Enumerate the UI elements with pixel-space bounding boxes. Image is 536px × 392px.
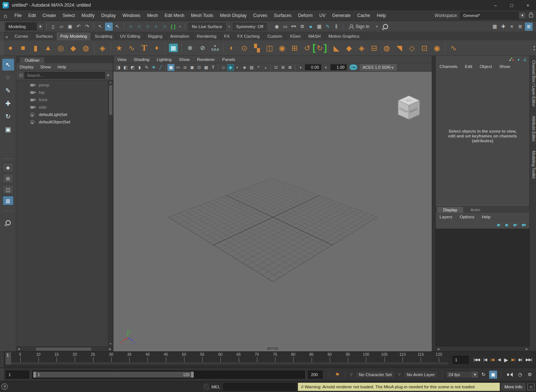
move-layer-down-icon[interactable]: ◆↓ xyxy=(505,222,509,227)
go-to-start-button[interactable]: |◀◀ xyxy=(472,355,482,364)
close-button[interactable]: × xyxy=(520,0,536,10)
exposure-icon[interactable]: ◑ xyxy=(297,64,304,71)
shelf-tab[interactable]: FX Caching xyxy=(234,33,264,40)
shelf-tab[interactable]: XGen xyxy=(286,33,305,40)
viewport-canvas[interactable]: TOP FRONT RIGHT y x z persp xyxy=(113,72,432,351)
quad-draw-icon[interactable]: ∿ xyxy=(448,42,459,54)
side-tab[interactable]: Modeling Toolkit xyxy=(530,146,536,183)
menubar-item[interactable]: Mesh Display xyxy=(217,10,250,21)
timeline-tick[interactable]: 80 xyxy=(284,352,302,365)
center-pivot-icon[interactable]: ⊕ xyxy=(184,42,196,54)
redo-icon[interactable]: ↷ xyxy=(83,23,91,31)
home-icon[interactable]: ⌂ xyxy=(0,13,11,19)
lasso-select-tool-button[interactable]: ◌ xyxy=(2,72,14,83)
menu-set-select[interactable]: Modeling ▼ xyxy=(6,23,44,30)
chevron-down-icon[interactable]: ▽ xyxy=(350,373,353,376)
gain-field[interactable] xyxy=(330,64,347,70)
grip-handle[interactable] xyxy=(0,40,4,55)
select-hierarchy-icon[interactable]: ↖ xyxy=(96,23,104,31)
render-settings-icon[interactable]: ⚙ xyxy=(298,23,306,31)
viewport-menu-item[interactable]: Lighting xyxy=(153,57,175,62)
side-tab[interactable]: Channel Box / Layer Editor xyxy=(530,56,536,112)
separator[interactable] xyxy=(182,43,182,53)
layer-editor-menu-item[interactable]: Help xyxy=(478,215,494,219)
play-forward-button[interactable]: ▶ xyxy=(502,355,510,364)
menubar-item[interactable]: Help xyxy=(373,10,389,21)
shelf-tab[interactable]: Surfaces xyxy=(32,33,57,40)
poly-sphere-icon[interactable]: ● xyxy=(5,42,16,54)
channel-box-menu-item[interactable]: Object xyxy=(476,64,495,69)
safe-action-icon[interactable]: ▩ xyxy=(203,64,210,71)
viewport-menu-item[interactable]: Renderer xyxy=(193,57,218,62)
snap-to-point-icon[interactable]: ∩ xyxy=(144,23,152,31)
timeline-tick[interactable]: 10 xyxy=(29,352,47,365)
chevron-down-icon[interactable]: ▼ xyxy=(374,23,379,31)
menubar-item[interactable]: Select xyxy=(59,10,78,21)
smooth-shade-mode-icon[interactable]: ◆ xyxy=(227,64,234,71)
timeline-tick[interactable]: 5 xyxy=(11,352,29,365)
separate-icon[interactable]: ▚ xyxy=(251,42,263,54)
poly-plane-icon[interactable]: ◆ xyxy=(68,42,79,54)
grip-handle[interactable] xyxy=(0,21,4,32)
outliner-horizontal-scrollbar[interactable]: ◀ ▶ xyxy=(16,346,113,351)
view-transform-select[interactable]: ACES 1.0 SDR-v xyxy=(360,64,397,71)
timeline-tick[interactable]: 20 xyxy=(66,352,84,365)
timeline-tick[interactable]: 50 xyxy=(175,352,193,365)
current-time-marker[interactable]: 1 xyxy=(6,352,11,365)
poly-cube-icon[interactable]: ■ xyxy=(17,42,29,54)
menubar-item[interactable]: Modify xyxy=(78,10,98,21)
select-object-icon[interactable]: ↖ xyxy=(105,23,113,31)
circularize-icon[interactable]: ◍ xyxy=(381,42,393,54)
range-grip[interactable]: ⋮⋮ xyxy=(113,373,120,376)
timeline-tick[interactable]: 55 xyxy=(193,352,211,365)
select-camera-icon[interactable]: ◨ xyxy=(115,64,122,71)
timeline-tick[interactable]: 110 xyxy=(393,352,411,365)
animation-start-field[interactable] xyxy=(6,371,29,379)
platonic-solid-icon[interactable]: ◈ xyxy=(97,42,108,54)
film-gate-icon[interactable]: ▭ xyxy=(174,64,182,71)
clock-icon[interactable]: ◷ xyxy=(516,371,524,379)
time-editor-icon[interactable]: ▣ xyxy=(489,371,497,379)
safe-title-icon[interactable]: T xyxy=(210,64,217,71)
separator[interactable] xyxy=(111,43,111,53)
outliner-item-front[interactable]: front xyxy=(16,96,108,103)
channel-box-layers-toggle-icon[interactable]: ≣ xyxy=(525,23,533,31)
chevron-down-icon[interactable]: ▼ xyxy=(105,74,111,77)
bevel-icon[interactable]: ◣ xyxy=(331,42,342,54)
timeline-tick[interactable]: 115 xyxy=(412,352,430,365)
add-empty-layer-icon[interactable]: ◆● xyxy=(522,222,526,227)
rotate-tool-button[interactable]: ↻ xyxy=(2,110,14,122)
shelf-tab[interactable]: MASH xyxy=(305,33,325,40)
grease-pencil-icon[interactable]: ✎ xyxy=(143,64,150,71)
timeline-tick[interactable]: 25 xyxy=(84,352,102,365)
isolate-add-icon[interactable]: ⊞ xyxy=(279,64,286,71)
hypergraph-icon[interactable]: ▦ xyxy=(491,23,499,31)
merge-vertices-icon[interactable]: ⊟ xyxy=(369,42,380,54)
annotate-icon[interactable]: ╱ xyxy=(157,64,164,71)
filter-icon[interactable]: ⊡ xyxy=(19,73,23,78)
search-icon[interactable] xyxy=(383,24,388,29)
timeline-tick[interactable]: 90 xyxy=(320,352,339,365)
spin-edge-forward-icon[interactable]: ↻ xyxy=(314,42,326,54)
hypershade-icon[interactable]: ● xyxy=(307,23,315,31)
command-input[interactable] xyxy=(223,383,296,391)
target-weld-icon[interactable]: ⊡ xyxy=(419,42,430,54)
separator[interactable] xyxy=(166,65,166,70)
poly-torus-icon[interactable]: ◎ xyxy=(55,42,67,54)
render-current-frame-icon[interactable]: ▭ xyxy=(281,23,289,31)
layer-editor-tab[interactable]: Display xyxy=(437,207,463,213)
color-management-toggle[interactable]: ON xyxy=(349,64,357,70)
snap-to-grid-icon[interactable]: ∩ xyxy=(127,23,135,31)
poly-disc-icon[interactable]: ◍ xyxy=(80,42,92,54)
render-layer-icon[interactable] xyxy=(509,58,514,61)
menubar-item[interactable]: Edit xyxy=(25,10,39,21)
attribute-spreadsheet-icon[interactable]: ≡ xyxy=(508,23,516,31)
separator[interactable] xyxy=(124,23,124,29)
menubar-item[interactable]: File xyxy=(11,10,25,21)
shelf-tab[interactable]: Sculpting xyxy=(91,33,116,40)
snap-options-caret[interactable]: ▾ xyxy=(178,23,182,31)
extrude-icon[interactable]: ◈ xyxy=(356,42,367,54)
snap-to-view-plane-icon[interactable]: ∩ xyxy=(161,23,169,31)
gain-icon[interactable]: ◗ xyxy=(322,64,329,71)
wireframe-mode-icon[interactable]: ◇ xyxy=(220,64,227,71)
